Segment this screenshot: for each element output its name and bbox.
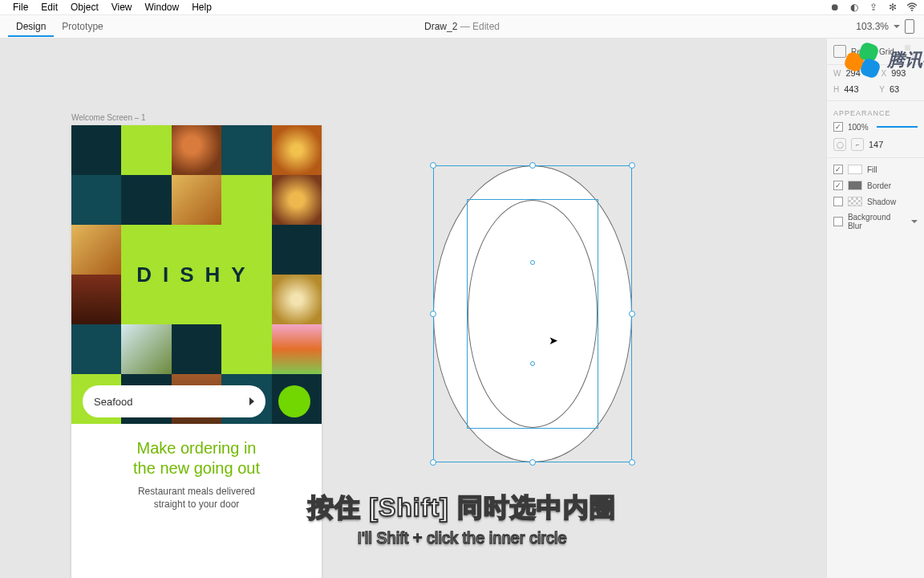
handle-bl[interactable]: [430, 459, 436, 466]
svg-point-0: [911, 10, 913, 11]
wifi-icon[interactable]: [906, 2, 918, 13]
document-title: Draw_2 — Edited: [0, 21, 924, 32]
headline-line2: the new going out: [133, 459, 260, 477]
chevron-right-icon: [249, 397, 254, 405]
menu-help[interactable]: Help: [185, 2, 218, 13]
handle-tr[interactable]: [629, 162, 635, 169]
hero-text: Make ordering in the new going out Resta…: [71, 438, 322, 511]
radius-each-icon[interactable]: ⌐: [851, 138, 864, 151]
device-preview-icon[interactable]: [905, 19, 914, 34]
menubar: File Edit Object View Window Help ⏺ ◐ ⇪ …: [0, 0, 924, 15]
bgblur-checkbox[interactable]: [833, 217, 843, 226]
sub-line2: straight to your door: [154, 499, 240, 510]
corner-radius-input[interactable]: [869, 140, 899, 149]
handle-tl[interactable]: [430, 162, 436, 169]
artboard-welcome[interactable]: Welcome Screen – 1 DISHY Seafood Make or…: [71, 125, 322, 578]
mosaic-grid: DISHY: [71, 125, 322, 422]
watermark: 腾讯视: [845, 42, 924, 79]
sync-icon[interactable]: ◐: [849, 2, 860, 13]
search-value: Seafood: [94, 396, 132, 408]
menubar-status-icons: ⏺ ◐ ⇪ ✻: [829, 2, 918, 13]
border-checkbox[interactable]: [833, 181, 843, 190]
doc-name: Draw_2: [424, 21, 457, 32]
menu-file[interactable]: File: [6, 2, 34, 13]
menu-object[interactable]: Object: [64, 2, 105, 13]
headline-line1: Make ordering in: [137, 439, 257, 457]
handle-br[interactable]: [629, 459, 635, 466]
watermark-text: 腾讯视: [887, 48, 924, 72]
height-input[interactable]: [844, 84, 874, 94]
appearance-label: APPEARANCE: [827, 104, 924, 119]
fill-swatch[interactable]: [848, 165, 862, 174]
border-label: Border: [867, 181, 891, 190]
dropbox-icon[interactable]: ⇪: [868, 2, 879, 13]
fab-button[interactable]: [278, 385, 310, 417]
cursor-icon: ➤: [549, 334, 558, 347]
inner-ellipse[interactable]: [468, 200, 598, 428]
opacity-slider[interactable]: [877, 126, 918, 128]
shadow-label: Shadow: [867, 197, 896, 206]
repeat-grid-icon[interactable]: [833, 45, 846, 58]
selection-outline-inner: [467, 199, 598, 429]
handle-l[interactable]: [430, 311, 436, 317]
shadow-swatch[interactable]: [848, 197, 862, 206]
shadow-checkbox[interactable]: [833, 197, 843, 206]
sub-line1: Restaurant meals delivered: [138, 486, 255, 497]
record-icon[interactable]: ⏺: [829, 2, 841, 13]
bgblur-label: Background Blur: [848, 213, 906, 230]
inspector-panel: Repeat Grid W X H Y APPEARANCE 100% ◯ ⌐ …: [826, 39, 924, 578]
fill-label: Fill: [867, 165, 877, 174]
opacity-checkbox[interactable]: [833, 122, 843, 132]
tencent-logo-icon: [845, 42, 882, 79]
search-pill[interactable]: Seafood: [83, 385, 265, 417]
menu-edit[interactable]: Edit: [34, 2, 64, 13]
border-swatch[interactable]: [848, 181, 862, 190]
tab-design[interactable]: Design: [8, 16, 54, 37]
center-marker-top: [530, 260, 535, 265]
canvas[interactable]: Welcome Screen – 1 DISHY Seafood Make or…: [0, 39, 924, 578]
handle-b[interactable]: [529, 459, 536, 466]
fill-checkbox[interactable]: [833, 165, 843, 174]
tab-prototype[interactable]: Prototype: [54, 16, 111, 37]
handle-r[interactable]: [629, 311, 635, 317]
opacity-value[interactable]: 100%: [848, 123, 869, 132]
settings-icon[interactable]: ✻: [887, 2, 898, 13]
artboard-label[interactable]: Welcome Screen – 1: [71, 113, 146, 122]
selection-bounds-outer[interactable]: [433, 165, 632, 462]
handle-t[interactable]: [529, 162, 536, 169]
chevron-down-icon[interactable]: [894, 25, 900, 28]
doc-status: — Edited: [460, 21, 500, 32]
menu-window[interactable]: Window: [139, 2, 186, 13]
brand-title: DISHY: [121, 225, 271, 324]
toolbar: Design Prototype Draw_2 — Edited 103.3%: [0, 15, 924, 39]
center-marker-bottom: [530, 361, 535, 366]
radius-all-icon[interactable]: ◯: [833, 138, 846, 151]
chevron-down-icon[interactable]: [911, 220, 918, 223]
menu-view[interactable]: View: [105, 2, 139, 13]
y-input[interactable]: [890, 84, 920, 94]
zoom-level[interactable]: 103.3%: [856, 21, 889, 32]
